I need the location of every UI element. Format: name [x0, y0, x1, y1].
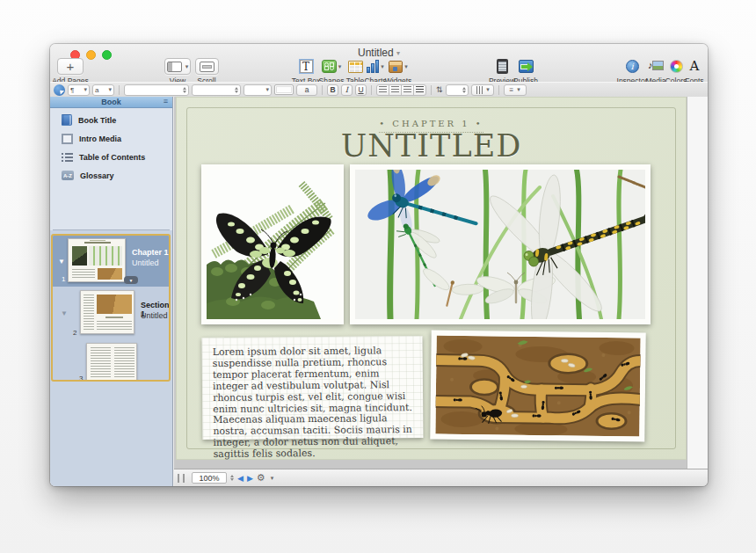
character-style-dropdown[interactable]: a▾	[92, 84, 114, 96]
zoom-level-value[interactable]: 100%	[192, 472, 227, 484]
book-icon	[62, 114, 72, 126]
butterfly-figure[interactable]	[201, 164, 344, 324]
page-number: 1	[62, 275, 65, 283]
window-title-text: Untitled	[358, 47, 394, 59]
columns-dropdown[interactable]: ▾	[471, 84, 494, 96]
body-text: Lorem ipsum dolor sit amet, ligula suspe…	[213, 346, 413, 461]
section-1-thumbnail[interactable]	[80, 290, 134, 334]
section-disclosure-icon[interactable]: ▼	[61, 309, 68, 317]
align-justify-button[interactable]	[413, 84, 426, 96]
font-style-select[interactable]	[192, 84, 241, 96]
list-style-dropdown[interactable]: ≡▾	[504, 84, 527, 96]
font-size-select[interactable]: ▾	[244, 84, 272, 96]
sidebar-menu-icon[interactable]: ≡	[164, 97, 168, 106]
dragonfly-illustration	[355, 170, 645, 319]
sidebar-item-intro-media[interactable]: Intro Media	[50, 129, 172, 148]
az-glossary-icon: A-Z	[62, 171, 74, 180]
section-1-row[interactable]: ▼ Section 1 Untitled 2	[53, 287, 169, 343]
book-sidebar: Book ≡ Book Title Intro Media Table of C…	[50, 97, 173, 486]
selected-chapter-group: ▼ Chapter 1 Untitled 1 ▼	[51, 234, 171, 382]
widgets-icon: ▾	[389, 58, 408, 75]
dragonfly-figure[interactable]	[350, 164, 651, 324]
text-color-well[interactable]: a	[296, 84, 317, 96]
zoom-stepper[interactable]	[230, 473, 234, 483]
ant-colony-illustration	[435, 336, 640, 437]
format-help-icon[interactable]	[54, 84, 65, 96]
ants-figure[interactable]	[430, 331, 645, 442]
next-page-button[interactable]: ▶	[247, 474, 253, 483]
sidebar-item-table-of-contents[interactable]: Table of Contents	[50, 148, 172, 166]
chapter-options-button[interactable]: ▼	[124, 276, 138, 284]
canvas-area: • CHAPTER 1 • UNTITLED	[174, 97, 708, 486]
sidebar-item-glossary[interactable]: A-Z Glossary	[50, 166, 172, 185]
sidebar-splitter-handle[interactable]	[178, 474, 185, 483]
window-chrome: Untitled ▾ + Add Pages ▾ View Scroll T T…	[50, 44, 708, 97]
scroll-icon	[195, 58, 219, 75]
chapter-title[interactable]: UNTITLED	[176, 128, 687, 164]
fill-color-well[interactable]	[274, 84, 294, 95]
page-3-thumbnail[interactable]	[86, 343, 137, 382]
gear-chevron-icon[interactable]: ▾	[271, 475, 274, 482]
page-number: 2	[73, 329, 76, 337]
chapter-1-thumbnail[interactable]	[68, 238, 126, 282]
media-frame-icon	[62, 134, 73, 144]
chapter-disclosure-icon[interactable]: ▼	[58, 258, 65, 266]
sidebar-item-book-title[interactable]: Book Title	[50, 111, 172, 129]
line-spacing-stepper[interactable]	[446, 84, 469, 96]
book-page[interactable]: • CHAPTER 1 • UNTITLED	[176, 97, 687, 460]
title-chevron-icon[interactable]: ▾	[396, 49, 400, 57]
window-title: Untitled ▾	[50, 47, 708, 59]
sidebar-header-title: Book	[101, 98, 121, 106]
page-3-row[interactable]: 3	[53, 343, 169, 382]
underline-button[interactable]: U	[355, 84, 367, 96]
bold-button[interactable]: B	[327, 84, 338, 96]
format-bar: ¶▾ a▾ ▾ a B I U ⇅ ▾ ≡▾	[50, 82, 708, 97]
chapter-1-row[interactable]: ▼ Chapter 1 Untitled 1 ▼	[53, 236, 169, 287]
add-pages-icon: +	[57, 58, 84, 75]
align-left-button[interactable]	[376, 84, 389, 96]
vertical-scrollbar[interactable]	[687, 97, 708, 469]
list-icon	[62, 152, 73, 162]
app-window: Untitled ▾ + Add Pages ▾ View Scroll T T…	[50, 44, 708, 486]
font-family-select[interactable]	[124, 84, 189, 96]
body-text-box[interactable]: Lorem ipsum dolor sit amet, ligula suspe…	[201, 336, 423, 440]
align-right-button[interactable]	[401, 84, 414, 96]
status-bar: 100% ◀ ▶ ⚙ ▾	[174, 469, 708, 486]
alignment-group	[376, 84, 426, 96]
align-center-button[interactable]	[389, 84, 402, 96]
line-spacing-icon: ⇅	[436, 85, 443, 94]
sidebar-header: Book ≡	[50, 97, 172, 108]
page-options-gear-icon[interactable]: ⚙	[257, 472, 265, 484]
page-thumbnails-pane: ▼ Chapter 1 Untitled 1 ▼	[50, 230, 172, 486]
paragraph-style-dropdown[interactable]: ¶▾	[68, 84, 90, 96]
butterfly-illustration	[207, 170, 338, 319]
page-number: 3	[79, 375, 83, 382]
fonts-icon: A	[690, 58, 700, 75]
previous-page-button[interactable]: ◀	[237, 474, 244, 483]
publish-icon	[519, 58, 534, 75]
italic-button[interactable]: I	[341, 84, 353, 96]
